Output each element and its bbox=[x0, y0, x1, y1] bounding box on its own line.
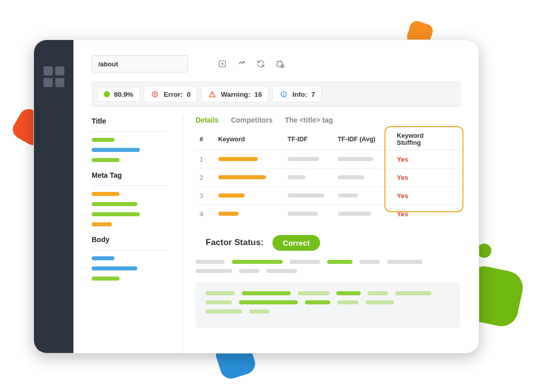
bar-placeholder bbox=[92, 192, 120, 196]
cell-tfidf-bar bbox=[288, 157, 319, 161]
th-tfidf: TF-IDF bbox=[284, 129, 334, 150]
factor-label: Factor Status: bbox=[206, 238, 263, 248]
main-area: 80.9% Error: 0 Warning: 16 Info: 7 Title bbox=[73, 40, 479, 353]
status-warning[interactable]: Warning: 16 bbox=[201, 86, 268, 102]
toolbar bbox=[92, 55, 460, 72]
bar-placeholder bbox=[92, 138, 114, 142]
app-frame: 80.9% Error: 0 Warning: 16 Info: 7 Title bbox=[33, 40, 479, 354]
cell-keyword-bar bbox=[218, 193, 245, 198]
info-icon bbox=[279, 90, 288, 99]
info-label: Info: bbox=[292, 91, 307, 98]
bar-placeholder bbox=[92, 277, 120, 281]
divider bbox=[92, 185, 168, 186]
url-input[interactable] bbox=[92, 55, 188, 72]
tabs: Details Competitors The <title> tag bbox=[196, 116, 460, 124]
cell-tfidfavg-bar bbox=[338, 157, 373, 161]
error-label: Error: bbox=[164, 91, 183, 98]
cell-tfidfavg-bar bbox=[338, 193, 358, 198]
status-error[interactable]: Error: 0 bbox=[144, 86, 197, 102]
th-tfidf-avg: TF-IDF (Avg) bbox=[334, 129, 393, 150]
cell-num: 1 bbox=[196, 150, 214, 168]
cell-tfidfavg-bar bbox=[338, 212, 371, 216]
cell-stuffing: Yes bbox=[393, 150, 460, 168]
status-info[interactable]: Info: 7 bbox=[272, 86, 322, 102]
section-title-title[interactable]: Title bbox=[92, 117, 168, 125]
cell-num: 3 bbox=[196, 186, 214, 205]
info-count: 7 bbox=[311, 91, 316, 98]
decor-blob-green-dot bbox=[477, 244, 491, 258]
svg-point-4 bbox=[212, 96, 213, 96]
cell-num: 4 bbox=[196, 205, 214, 223]
bar-placeholder bbox=[92, 256, 114, 260]
warning-label: Warning: bbox=[221, 91, 250, 98]
cell-tfidfavg-bar bbox=[338, 175, 364, 179]
cell-tfidf-bar bbox=[288, 212, 318, 216]
warning-count: 16 bbox=[254, 91, 262, 98]
tab-details[interactable]: Details bbox=[196, 116, 219, 124]
share-icon[interactable] bbox=[235, 57, 249, 71]
tab-competitors[interactable]: Competitors bbox=[231, 116, 272, 124]
th-keyword: Keyword bbox=[214, 129, 284, 150]
cell-tfidf-bar bbox=[288, 193, 324, 198]
table-row[interactable]: 1 Yes bbox=[196, 150, 460, 168]
add-icon[interactable] bbox=[215, 57, 229, 71]
table-row[interactable]: 2 Yes bbox=[196, 168, 460, 186]
section-list: Title Meta Tag Body bbox=[92, 116, 168, 353]
factor-badge: Correct bbox=[272, 235, 320, 251]
score-value: 80.9% bbox=[114, 91, 133, 98]
schedule-icon[interactable] bbox=[273, 57, 287, 71]
cell-keyword-bar bbox=[218, 212, 239, 216]
section-title-body[interactable]: Body bbox=[92, 236, 168, 244]
error-count: 0 bbox=[187, 91, 191, 98]
status-score[interactable]: 80.9% bbox=[97, 87, 140, 102]
divider bbox=[92, 250, 168, 250]
bar-placeholder bbox=[92, 212, 140, 216]
error-icon bbox=[150, 90, 160, 99]
cell-num: 2 bbox=[196, 168, 214, 186]
cell-keyword-bar bbox=[218, 175, 266, 179]
status-bar: 80.9% Error: 0 Warning: 16 Info: 7 bbox=[92, 82, 460, 107]
cell-keyword-bar bbox=[218, 157, 258, 161]
cell-stuffing: Yes bbox=[393, 186, 460, 205]
bar-placeholder bbox=[92, 158, 120, 162]
content-panel: Details Competitors The <title> tag # Ke… bbox=[183, 116, 460, 353]
th-stuffing: KeywordStuffing bbox=[393, 129, 460, 150]
tab-title-tag[interactable]: The <title> tag bbox=[285, 116, 333, 124]
dot-icon bbox=[104, 91, 110, 97]
svg-point-6 bbox=[284, 93, 284, 93]
svg-rect-1 bbox=[277, 62, 283, 67]
bar-placeholder bbox=[92, 222, 112, 226]
section-title-meta[interactable]: Meta Tag bbox=[92, 171, 168, 179]
refresh-icon[interactable] bbox=[254, 57, 268, 71]
cell-tfidf-bar bbox=[288, 175, 305, 179]
bar-placeholder bbox=[92, 202, 137, 206]
warning-icon bbox=[208, 90, 217, 99]
nav-rail bbox=[34, 40, 73, 353]
factor-highlight-box bbox=[196, 282, 460, 328]
bar-placeholder bbox=[92, 266, 137, 270]
divider bbox=[92, 131, 168, 132]
cell-stuffing: Yes bbox=[393, 168, 460, 186]
keyword-table: # Keyword TF-IDF TF-IDF (Avg) KeywordStu… bbox=[196, 129, 460, 223]
table-row[interactable]: 4 Yes bbox=[196, 205, 460, 223]
th-num: # bbox=[196, 129, 214, 150]
factor-description bbox=[196, 260, 460, 278]
apps-icon[interactable] bbox=[44, 66, 64, 87]
table-row[interactable]: 3 Yes bbox=[196, 186, 460, 205]
factor-status: Factor Status: Correct bbox=[196, 235, 460, 251]
cell-stuffing: Yes bbox=[393, 205, 460, 223]
bar-placeholder bbox=[92, 148, 140, 152]
